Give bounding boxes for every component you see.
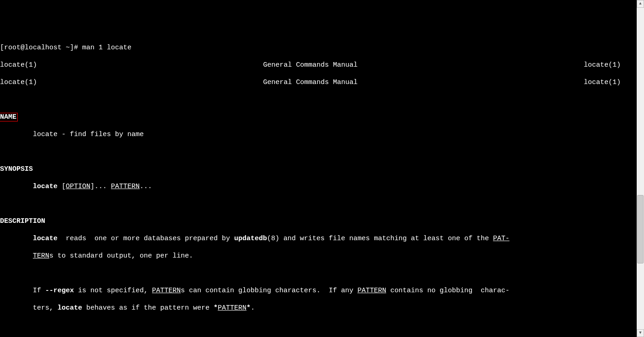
synopsis-line: locate [OPTION]... PATTERN... [0,182,637,191]
header-right: locate(1) [584,61,621,69]
desc-p1-l2: TERNs to standard output, one per line. [0,252,637,260]
header-center: General Commands Manual [263,61,357,69]
scroll-up-arrow[interactable]: ▲ [637,0,644,8]
man-header-row-2: locate(1)General Commands Manuallocate(1… [0,78,621,87]
desc-p2-l2: ters, locate behaves as if the pattern w… [0,304,637,312]
man-header-row-1: locate(1)General Commands Manuallocate(1… [0,61,621,69]
scroll-thumb[interactable] [637,195,644,263]
desc-p1-l1: locate reads one or more databases prepa… [0,234,637,243]
header-left: locate(1) [0,61,37,69]
name-line: locate - find files by name [0,130,637,139]
desc-p2-l1: If --regex is not specified, PATTERNs ca… [0,286,637,295]
shell-prompt: [root@localhost ~]# man 1 locate [0,43,637,52]
section-heading-description: DESCRIPTION [0,217,637,226]
terminal-output: [root@localhost ~]# man 1 locate locate(… [0,35,637,337]
header-right: locate(1) [584,78,621,87]
scroll-track[interactable] [637,8,644,329]
vertical-scrollbar[interactable]: ▲ ▼ [637,0,644,337]
header-left: locate(1) [0,78,37,87]
header-center: General Commands Manual [263,78,357,87]
section-heading-name: NAME [0,113,18,121]
scroll-down-arrow[interactable]: ▼ [637,329,644,337]
section-heading-synopsis: SYNOPSIS [0,165,637,174]
